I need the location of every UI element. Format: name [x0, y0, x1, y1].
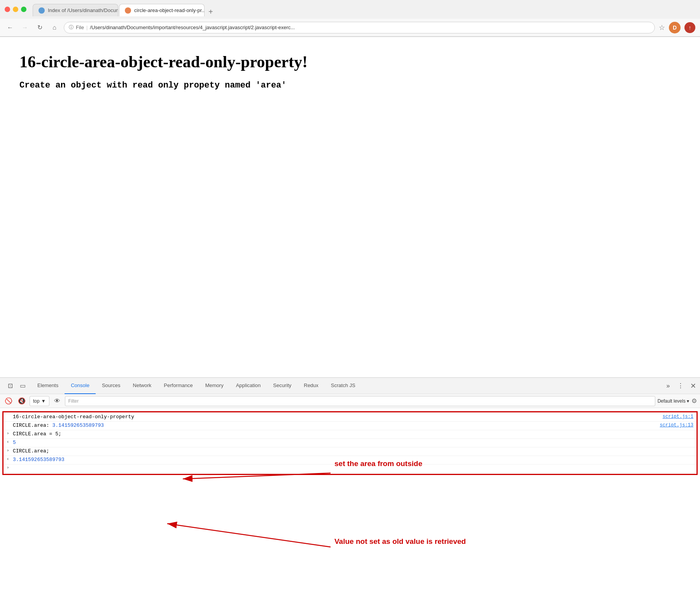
traffic-lights — [5, 7, 26, 12]
console-toolbar: 🚫 🔇 top ▼ 👁 Filter Default levels ▾ ⚙ — [0, 394, 700, 408]
back-button[interactable]: ← — [5, 22, 16, 33]
bookmark-button[interactable]: ☆ — [659, 23, 665, 32]
forward-button[interactable]: → — [19, 22, 30, 33]
console-line-7-icon: › — [7, 465, 13, 470]
tab-console[interactable]: Console — [65, 378, 96, 394]
device-toolbar-icon[interactable]: ▭ — [17, 380, 28, 391]
console-line-2-text: CIRCLE.area: 3.141592653589793 — [13, 422, 660, 428]
context-dropdown-icon: ▼ — [41, 398, 46, 404]
close-button[interactable] — [5, 7, 10, 12]
minimize-button[interactable] — [13, 7, 18, 12]
context-selector[interactable]: top ▼ — [30, 396, 49, 406]
clear-console-button[interactable]: 🚫 — [3, 396, 14, 407]
devtools-toolbar-icons: ⊡ ▭ — [2, 380, 31, 391]
devtools-menu-button[interactable]: ⋮ — [675, 380, 686, 391]
tab-application[interactable]: Application — [230, 378, 267, 394]
more-tabs-button[interactable]: » — [663, 380, 674, 391]
annotation-label-2: Value not set as old value is retrieved — [334, 537, 466, 546]
tab-memory[interactable]: Memory — [199, 378, 230, 394]
console-line-6-icon: ‹ — [7, 457, 13, 461]
console-line-5-text: CIRCLE.area; — [13, 448, 693, 454]
devtools-panel: ⊡ ▭ Elements Console Sources Network Per… — [0, 377, 700, 603]
reload-button[interactable]: ↻ — [34, 22, 45, 33]
tab-1-favicon — [38, 7, 45, 14]
maximize-button[interactable] — [21, 7, 26, 12]
console-line-2-link[interactable]: script.js:13 — [660, 422, 693, 428]
page-content: 16-circle-area-object-read-only-property… — [0, 37, 700, 106]
tab-scratch-js[interactable]: Scratch JS — [325, 378, 362, 394]
devtools-more: » ⋮ ✕ — [663, 380, 698, 391]
title-bar: Index of /Users/dinanath/Docum... ✕ circ… — [0, 0, 700, 19]
console-line-3-icon: › — [7, 431, 13, 436]
page-subtitle: Create an object with read only propety … — [19, 81, 681, 90]
preserve-log-button[interactable]: 🔇 — [16, 396, 27, 407]
home-button[interactable]: ⌂ — [49, 22, 60, 33]
console-line-6: ‹ 3.141592653589793 — [4, 456, 696, 465]
nav-bar: ← → ↻ ⌂ ⓘ File | /Users/dinanath/Documen… — [0, 19, 700, 37]
console-line-1-text: 16-circle-area-object-read-only-property — [13, 414, 663, 420]
tab-redux[interactable]: Redux — [298, 378, 325, 394]
tab-1-label: Index of /Users/dinanath/Docum... — [48, 7, 118, 13]
console-line-3-text: CIRCLE.area = 5; — [13, 431, 693, 437]
console-line-1: 16-circle-area-object-read-only-property… — [4, 413, 696, 422]
svg-line-3 — [167, 524, 331, 547]
page-title: 16-circle-area-object-read-only-property… — [19, 53, 681, 71]
tab-network[interactable]: Network — [127, 378, 158, 394]
browser-chrome: Index of /Users/dinanath/Docum... ✕ circ… — [0, 0, 700, 37]
user-avatar[interactable]: D — [669, 22, 681, 33]
url-text: /Users/dinanath/Documents/important/reso… — [90, 25, 650, 30]
tab-2-label: circle-area-object-read-only-pr... — [134, 7, 205, 13]
tab-2-favicon — [125, 7, 131, 14]
address-separator: | — [86, 25, 88, 30]
console-line-4: ‹ 5 — [4, 439, 696, 447]
console-line-5-icon: › — [7, 448, 13, 453]
file-label: File — [76, 25, 84, 30]
lock-icon: ⓘ — [69, 24, 74, 31]
console-line-6-text: 3.141592653589793 — [13, 457, 693, 463]
tab-performance[interactable]: Performance — [158, 378, 199, 394]
address-bar[interactable]: ⓘ File | /Users/dinanath/Documents/impor… — [64, 22, 655, 33]
console-line-4-text: 5 — [13, 440, 693, 445]
tab-1[interactable]: Index of /Users/dinanath/Docum... ✕ — [33, 4, 118, 16]
console-settings-icon[interactable]: ⚙ — [691, 397, 697, 405]
default-levels-dropdown[interactable]: Default levels ▾ — [658, 398, 689, 404]
page-content-area: 16-circle-area-object-read-only-property… — [0, 37, 700, 364]
console-line-5: › CIRCLE.area; — [4, 447, 696, 456]
devtools-tabs-bar: ⊡ ▭ Elements Console Sources Network Per… — [0, 378, 700, 394]
inspect-element-icon[interactable]: ⊡ — [5, 380, 16, 391]
tab-security[interactable]: Security — [267, 378, 298, 394]
tab-elements[interactable]: Elements — [31, 378, 65, 394]
console-line-1-link[interactable]: script.js:1 — [663, 414, 693, 419]
context-value: top — [33, 398, 40, 404]
filter-placeholder: Filter — [68, 398, 79, 404]
console-line-2: CIRCLE.area: 3.141592653589793 script.js… — [4, 422, 696, 430]
devtools-close-button[interactable]: ✕ — [688, 380, 698, 391]
update-icon[interactable]: ↑ — [684, 22, 695, 33]
console-line-4-icon: ‹ — [7, 440, 13, 444]
console-filter-input[interactable]: Filter — [65, 396, 655, 406]
console-output: 16-circle-area-object-read-only-property… — [0, 408, 700, 478]
tabs-bar: Index of /Users/dinanath/Docum... ✕ circ… — [30, 2, 219, 16]
console-highlight-box: 16-circle-area-object-read-only-property… — [2, 411, 698, 475]
new-tab-button[interactable]: + — [205, 7, 216, 16]
tab-2[interactable]: circle-area-object-read-only-pr... ✕ — [119, 4, 205, 16]
console-line-7[interactable]: › — [4, 465, 696, 473]
console-line-3: › CIRCLE.area = 5; — [4, 430, 696, 439]
tab-sources[interactable]: Sources — [96, 378, 127, 394]
eye-icon[interactable]: 👁 — [52, 396, 63, 407]
